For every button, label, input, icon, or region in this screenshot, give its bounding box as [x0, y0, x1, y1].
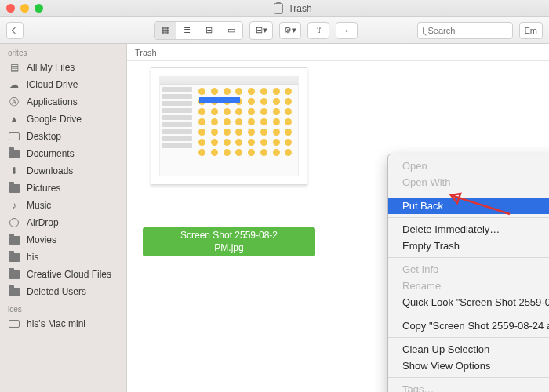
sidebar-item-mac-mini[interactable]: his's Mac mini — [0, 315, 126, 332]
gallery-view-button[interactable]: ▭ — [220, 22, 242, 39]
search-field[interactable] — [417, 22, 513, 39]
sidebar-item-label: Documents — [27, 148, 75, 159]
back-button[interactable] — [6, 22, 24, 39]
maximize-button[interactable] — [35, 4, 43, 13]
sidebar-item-desktop[interactable]: Desktop — [0, 128, 126, 145]
close-button[interactable] — [6, 4, 15, 13]
sidebar-item-downloads[interactable]: ⬇Downloads — [0, 162, 126, 180]
path-bar: Trash — [127, 44, 549, 61]
list-icon: ≣ — [184, 25, 191, 35]
sidebar-item-label: Creative Cloud Files — [27, 269, 111, 280]
folder-icon — [8, 269, 20, 280]
download-icon: ⬇ — [8, 165, 20, 176]
folder-icon — [8, 148, 20, 159]
ctx-cleanup[interactable]: Clean Up Selection — [388, 341, 549, 358]
action-button[interactable]: ⚙▾ — [279, 22, 301, 39]
tag-icon: ◦ — [345, 26, 348, 35]
ctx-delete-immediately[interactable]: Delete Immediately… — [388, 221, 549, 238]
sidebar-item-airdrop[interactable]: AirDrop — [0, 214, 126, 231]
path-text: Trash — [135, 48, 157, 57]
sidebar-item-creative-cloud[interactable]: Creative Cloud Files — [0, 266, 126, 283]
sidebar-item-movies[interactable]: Movies — [0, 231, 126, 249]
sidebar-item-label: Google Drive — [27, 114, 82, 125]
ctx-get-info[interactable]: Get Info — [388, 261, 549, 278]
ctx-separator — [388, 257, 549, 258]
window-controls — [6, 4, 43, 13]
device-icon — [8, 318, 20, 329]
ctx-separator — [388, 194, 549, 194]
ctx-separator — [388, 337, 549, 338]
sidebar-item-applications[interactable]: ⒶApplications — [0, 93, 126, 111]
sidebar-item-label: his — [27, 252, 38, 263]
ctx-copy[interactable]: Copy "Screen Shot 2559-08-24 at 6.27.13 … — [388, 318, 549, 334]
ctx-put-back[interactable]: Put Back — [388, 198, 549, 214]
gear-icon: ⚙▾ — [284, 25, 296, 35]
share-button[interactable]: ⇧ — [307, 22, 329, 39]
column-view-button[interactable]: ⊞ — [198, 22, 220, 39]
search-icon — [423, 27, 424, 34]
chevron-left-icon — [12, 27, 18, 33]
grid-icon: ▦ — [162, 25, 169, 35]
ctx-rename[interactable]: Rename — [388, 278, 549, 294]
tags-button[interactable]: ◦ — [336, 22, 358, 39]
titlebar: Trash — [0, 0, 549, 17]
sidebar-item-label: his's Mac mini — [27, 318, 85, 329]
file-item[interactable]: Screen Shot 2559-08-2PM.jpg — [143, 67, 315, 256]
window-title-text: Trash — [288, 3, 311, 14]
sidebar-item-icloud[interactable]: ☁iCloud Drive — [0, 76, 126, 93]
columns-icon: ⊞ — [205, 25, 213, 35]
pictures-icon — [8, 183, 20, 194]
sidebar-section-devices: ices — [0, 300, 126, 315]
sidebar-item-his[interactable]: his — [0, 249, 126, 266]
grid-icon: ▤ — [8, 62, 20, 73]
desktop-icon — [8, 131, 20, 142]
sidebar-item-documents[interactable]: Documents — [0, 145, 126, 162]
share-icon: ⇧ — [315, 25, 322, 35]
sidebar-item-music[interactable]: ♪Music — [0, 197, 126, 214]
window-title: Trash — [43, 3, 543, 14]
cloud-icon: ☁ — [8, 79, 20, 90]
arrange-button[interactable]: ⊟▾ — [250, 22, 272, 39]
music-icon: ♪ — [8, 200, 20, 211]
ctx-empty-trash[interactable]: Empty Trash — [388, 238, 549, 254]
file-name-label: Screen Shot 2559-08-2PM.jpg — [143, 227, 315, 256]
sidebar-item-label: iCloud Drive — [27, 79, 78, 90]
list-view-button[interactable]: ≣ — [176, 22, 198, 39]
sidebar-item-label: Downloads — [27, 165, 73, 176]
sidebar-item-label: Music — [27, 200, 51, 211]
context-menu: Open Open With Put Back Delete Immediate… — [387, 154, 549, 392]
sidebar-item-label: Deleted Users — [27, 286, 86, 297]
content-area: orites ▤All My Files ☁iCloud Drive ⒶAppl… — [0, 44, 549, 392]
gallery-icon: ▭ — [227, 25, 235, 35]
file-thumbnail — [151, 67, 307, 185]
folder-icon — [8, 286, 20, 297]
sidebar-item-google-drive[interactable]: ▲Google Drive — [0, 111, 126, 128]
sidebar-item-all-my-files[interactable]: ▤All My Files — [0, 59, 126, 76]
sidebar: orites ▤All My Files ☁iCloud Drive ⒶAppl… — [0, 44, 127, 392]
icon-view-button[interactable]: ▦ — [155, 22, 176, 39]
airdrop-icon — [8, 217, 20, 228]
toolbar: ▦ ≣ ⊞ ▭ ⊟▾ ⚙▾ ⇧ ◦ Em — [0, 17, 549, 44]
sidebar-item-deleted-users[interactable]: Deleted Users — [0, 283, 126, 300]
minimize-button[interactable] — [20, 4, 29, 13]
sidebar-item-label: Pictures — [27, 183, 60, 194]
ctx-open-with[interactable]: Open With — [388, 174, 549, 191]
file-area[interactable]: Trash Screen Shot 2559-08-2PM.jpg Open O — [127, 44, 549, 392]
app-icon: Ⓐ — [8, 96, 20, 107]
movies-icon — [8, 234, 20, 245]
ctx-tags[interactable]: Tags… — [388, 381, 549, 392]
sidebar-item-pictures[interactable]: Pictures — [0, 180, 126, 197]
sidebar-section-favorites: orites — [0, 44, 126, 59]
empty-trash-button[interactable]: Em — [519, 22, 544, 39]
sidebar-item-label: All My Files — [27, 62, 75, 73]
ctx-open[interactable]: Open — [388, 158, 549, 174]
sidebar-item-label: Movies — [27, 234, 56, 245]
gdrive-icon: ▲ — [8, 114, 20, 125]
sidebar-item-label: Applications — [27, 96, 78, 107]
ctx-separator — [388, 377, 549, 378]
ctx-quick-look[interactable]: Quick Look "Screen Shot 2559-08-24 at 6.… — [388, 294, 549, 310]
ctx-separator — [388, 314, 549, 314]
view-mode-group: ▦ ≣ ⊞ ▭ — [154, 21, 243, 40]
ctx-view-options[interactable]: Show View Options — [388, 358, 549, 374]
trash-icon — [274, 3, 283, 14]
